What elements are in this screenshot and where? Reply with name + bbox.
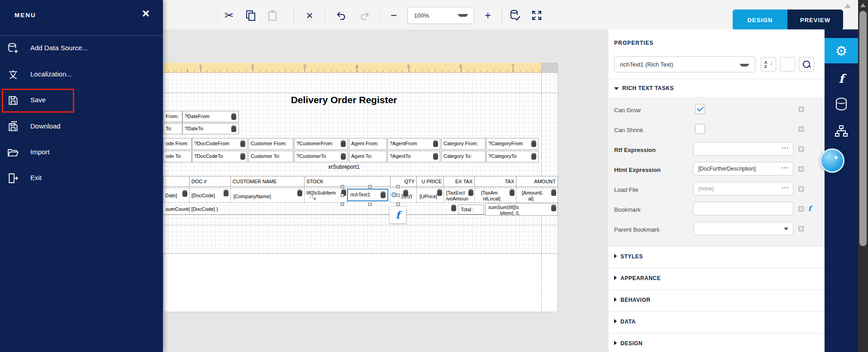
tab-properties-active[interactable]: ⚙ bbox=[825, 38, 858, 63]
section-behavior[interactable]: BEHAVIOR bbox=[614, 297, 650, 303]
tab-field-list[interactable] bbox=[825, 96, 858, 112]
param-label[interactable]: ode From: bbox=[163, 138, 192, 150]
preview-tab[interactable]: PREVIEW bbox=[787, 10, 843, 30]
panel-scroll-up-icon[interactable] bbox=[844, 4, 851, 8]
search-properties-button[interactable] bbox=[799, 57, 814, 71]
property-marker[interactable] bbox=[799, 166, 804, 171]
html-expression-input[interactable]: [DocFurtherDescription] bbox=[693, 162, 793, 176]
zoom-select[interactable]: 100% bbox=[407, 7, 474, 24]
zoom-out-button[interactable]: − bbox=[386, 8, 401, 23]
section-data[interactable]: DATA bbox=[614, 319, 636, 325]
favorites-toggle-button[interactable] bbox=[780, 57, 795, 71]
sort-az-button[interactable]: ↓ bbox=[761, 57, 776, 71]
detail-cell-tax[interactable]: [TaxAmntLocal] bbox=[474, 188, 516, 203]
table-header-cell[interactable]: DOC # bbox=[189, 176, 231, 187]
param-label[interactable]: From: bbox=[163, 111, 182, 122]
param-field[interactable]: ?AgentTo bbox=[387, 151, 440, 162]
section-appearance[interactable]: APPEARANCE bbox=[614, 275, 661, 281]
validate-bindings-button[interactable] bbox=[508, 8, 522, 23]
property-marker[interactable] bbox=[799, 107, 804, 112]
close-menu-button[interactable]: × bbox=[142, 6, 149, 21]
table-header-cell[interactable]: TAX bbox=[474, 176, 516, 187]
footer-sumcount[interactable]: sumCount( [DocCode] ) bbox=[166, 206, 218, 212]
can-shrink-checkbox[interactable] bbox=[695, 124, 705, 134]
selection-handle[interactable] bbox=[341, 185, 344, 188]
param-field[interactable]: ?CustomerTo bbox=[294, 151, 348, 162]
undo-button[interactable] bbox=[334, 8, 348, 23]
property-marker[interactable] bbox=[799, 186, 804, 191]
menu-item-localization[interactable]: Localization... bbox=[0, 65, 163, 85]
param-field[interactable]: ?DateFrom bbox=[182, 111, 239, 122]
detail-cell-companyname[interactable]: [CompanyName] bbox=[230, 188, 305, 203]
table-header-cell[interactable]: AMOUNT bbox=[516, 176, 558, 187]
detail-cell-uprice[interactable]: [UPrice] bbox=[416, 188, 444, 203]
param-field[interactable]: ?DocCodeFrom bbox=[192, 138, 248, 150]
redo-button[interactable] bbox=[358, 8, 372, 23]
param-label[interactable]: Agent To: bbox=[349, 151, 387, 162]
design-tab[interactable]: DESIGN bbox=[733, 10, 787, 30]
menu-item-download[interactable]: Download bbox=[0, 117, 163, 137]
detail-cell-doccode[interactable]: [DocCode] bbox=[189, 188, 231, 203]
param-label[interactable]: Category From: bbox=[441, 138, 486, 150]
paste-button[interactable] bbox=[265, 8, 280, 23]
scrollbar-thumb[interactable] bbox=[859, 11, 867, 246]
param-field[interactable]: ?AgentFrom bbox=[387, 138, 440, 150]
parent-bookmark-select[interactable] bbox=[693, 222, 793, 235]
cut-button[interactable]: ✂ bbox=[222, 8, 236, 23]
expression-editor-button[interactable]: f bbox=[389, 206, 406, 224]
richtext-control-selected[interactable]: richText1 bbox=[347, 189, 388, 201]
fullscreen-button[interactable] bbox=[529, 8, 544, 23]
scroll-up-icon[interactable] bbox=[860, 3, 866, 7]
table-header-cell[interactable]: QTY bbox=[390, 176, 417, 187]
param-field[interactable]: ?CategoryTo bbox=[486, 151, 539, 162]
param-field[interactable]: ?CustomerFrom bbox=[294, 138, 348, 150]
ellipsis-icon[interactable] bbox=[782, 164, 789, 171]
param-label[interactable]: Category To: bbox=[441, 151, 486, 162]
table-header-cell[interactable]: STOCK bbox=[304, 176, 391, 187]
ai-assistant-button[interactable]: ✦ bbox=[820, 148, 844, 173]
selection-handle[interactable] bbox=[368, 185, 372, 188]
param-label[interactable]: Customer To: bbox=[248, 151, 293, 162]
load-file-input[interactable]: (none) bbox=[693, 182, 793, 195]
report-title-label[interactable]: Delivery Order Register bbox=[253, 95, 434, 105]
section-styles[interactable]: STYLES bbox=[614, 253, 643, 260]
param-label[interactable]: Agent From: bbox=[349, 138, 387, 150]
footer-total-label[interactable]: Total : bbox=[458, 205, 484, 214]
selection-handle[interactable] bbox=[396, 203, 400, 206]
footer-sumsum[interactable]: sumSum(Iif([IsbItem], 0, bbox=[485, 203, 558, 216]
copy-button[interactable] bbox=[243, 8, 258, 23]
menu-item-add-data-source[interactable]: Add Data Source... bbox=[0, 38, 163, 58]
property-marker[interactable] bbox=[799, 206, 804, 211]
selection-handle[interactable] bbox=[368, 203, 372, 206]
table-header-cell[interactable]: EX TAX bbox=[444, 176, 475, 187]
param-field[interactable]: ?DateTo bbox=[182, 123, 239, 134]
control-selector[interactable]: richText1 (Rich Text) bbox=[614, 56, 755, 72]
table-header-cell[interactable]: U PRICE bbox=[416, 176, 444, 187]
delete-button[interactable]: × bbox=[302, 8, 317, 23]
ellipsis-icon[interactable] bbox=[782, 184, 789, 191]
can-grow-checkbox[interactable] bbox=[695, 104, 705, 114]
tab-expressions[interactable]: f bbox=[825, 71, 858, 87]
smart-tag-gear-icon[interactable]: ⚙ bbox=[391, 190, 397, 199]
table-header-cell[interactable] bbox=[163, 176, 190, 187]
expression-f-icon[interactable]: f bbox=[808, 205, 811, 213]
ellipsis-icon[interactable] bbox=[782, 144, 789, 152]
property-marker[interactable] bbox=[799, 226, 804, 231]
selection-handle[interactable] bbox=[341, 194, 344, 197]
rtf-expression-input[interactable] bbox=[693, 142, 793, 156]
selection-handle[interactable] bbox=[396, 185, 400, 188]
param-label[interactable]: ode To: bbox=[163, 151, 192, 162]
param-field[interactable]: ?CategoryFrom bbox=[486, 138, 539, 150]
tab-report-explorer[interactable] bbox=[825, 123, 858, 139]
table-header-cell[interactable]: CUSTOMER NAME bbox=[230, 176, 305, 187]
selection-handle[interactable] bbox=[341, 203, 344, 206]
param-label[interactable]: To: bbox=[163, 123, 182, 134]
detail-cell-extax[interactable]: [TaxExcliveAmoun bbox=[444, 188, 475, 203]
detail-cell-date[interactable]: Date] bbox=[163, 188, 190, 203]
zoom-in-button[interactable]: + bbox=[481, 8, 495, 23]
property-marker[interactable] bbox=[799, 147, 804, 152]
menu-item-exit[interactable]: Exit bbox=[0, 168, 163, 188]
param-label[interactable]: Customer From: bbox=[248, 138, 293, 150]
detail-cell-amount[interactable]: [AmountLal] bbox=[516, 188, 558, 203]
property-marker[interactable] bbox=[799, 127, 804, 132]
